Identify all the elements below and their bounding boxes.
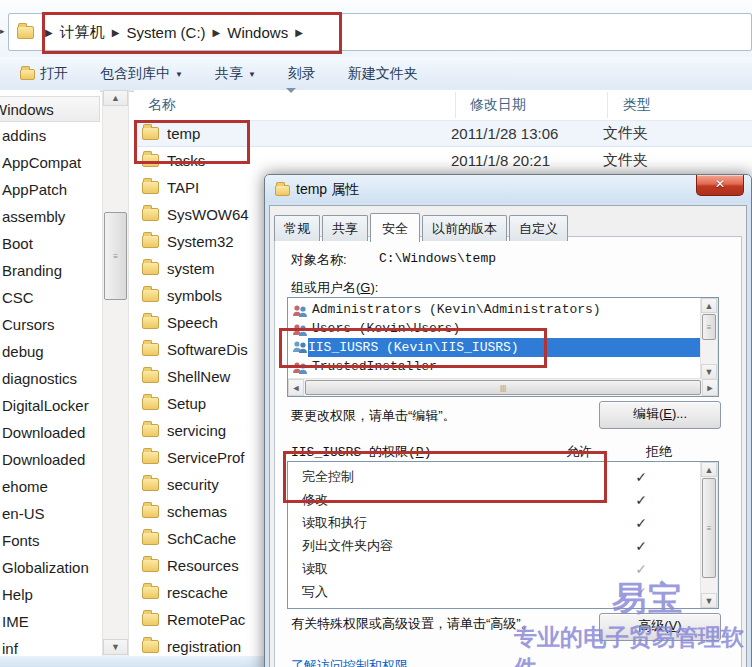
- temp-properties-dialog: temp 属性 ✕ 常规 共享 安全 以前的版本 自定义 对象名称: C:\Wi…: [264, 174, 752, 667]
- access-control-help-link[interactable]: 了解访问控制和权限: [291, 657, 408, 667]
- file-type: 文件夹: [603, 151, 648, 170]
- tree-item-diagnostics[interactable]: diagnostics: [0, 366, 100, 392]
- annotation-box-full-control: [283, 451, 607, 503]
- tab-customize[interactable]: 自定义: [509, 215, 568, 241]
- tree-item-appcompat[interactable]: AppCompat: [0, 150, 100, 176]
- scroll-up-icon[interactable]: ▲: [701, 298, 717, 313]
- annotation-box-iis-iusrs: [279, 328, 547, 368]
- new-folder-button[interactable]: 新建文件夹: [336, 61, 430, 87]
- dialog-title: temp 属性: [296, 181, 359, 199]
- tree-item-debug[interactable]: debug: [0, 339, 100, 365]
- tree-item-addins[interactable]: addins: [0, 123, 100, 149]
- tab-sharing[interactable]: 共享: [322, 215, 368, 241]
- column-divider[interactable]: [455, 92, 456, 118]
- scrollbar-thumb[interactable]: ≡: [702, 314, 716, 340]
- tree-item-ime[interactable]: IME: [0, 609, 100, 635]
- group-list-vscrollbar[interactable]: ▲ ≡ ▼: [700, 298, 718, 379]
- tree-item-en-us[interactable]: en-US: [0, 501, 100, 527]
- tree-item-downloaded[interactable]: Downloaded: [0, 420, 100, 446]
- tree-item-label: Windows: [0, 97, 54, 122]
- tree-item-fonts[interactable]: Fonts: [0, 528, 100, 554]
- tree-item-csc[interactable]: CSC: [0, 285, 100, 311]
- allow-check-icon: ✓: [621, 561, 661, 577]
- share-button[interactable]: 共享 ▼: [203, 61, 268, 87]
- tree-item-label: DigitalLocker: [2, 397, 89, 414]
- group-list-hscrollbar[interactable]: ◄ ||| ►: [288, 378, 718, 396]
- allow-check-icon: ✓: [621, 538, 661, 554]
- edit-button[interactable]: 编辑(E)...: [599, 401, 721, 429]
- permissions-vscrollbar[interactable]: ▲ ≡ ▼: [700, 462, 718, 608]
- tree-item-windows[interactable]: Windows: [0, 96, 100, 122]
- advanced-button[interactable]: 高级(V): [599, 613, 721, 641]
- tree-item-assembly[interactable]: assembly: [0, 204, 100, 230]
- scroll-left-icon[interactable]: ◄: [288, 379, 304, 396]
- burn-label: 刻录: [288, 65, 316, 83]
- group-item-label: Administrators (Kevin\Administrators): [312, 302, 601, 317]
- dialog-titlebar[interactable]: temp 属性: [275, 181, 359, 199]
- tree-item-cursors[interactable]: Cursors: [0, 312, 100, 338]
- tab-general[interactable]: 常规: [274, 215, 320, 241]
- folder-icon: [17, 26, 34, 39]
- column-header-name[interactable]: 名称: [148, 96, 176, 114]
- tree-item-label: CSC: [2, 289, 34, 306]
- tab-security[interactable]: 安全: [370, 213, 420, 242]
- perm-row-read-execute[interactable]: 读取和执行✓: [289, 512, 701, 534]
- scroll-down-icon[interactable]: ▼: [701, 593, 717, 608]
- object-name-label: 对象名称:: [291, 251, 347, 269]
- tree-item-label: inf: [2, 640, 18, 656]
- dialog-tabs: 常规 共享 安全 以前的版本 自定义: [274, 212, 570, 241]
- tree-item-label: Downloaded: [2, 451, 85, 468]
- scroll-right-icon[interactable]: ►: [702, 379, 718, 396]
- tree-item-downloaded[interactable]: Downloaded: [0, 447, 100, 473]
- tab-previous-versions[interactable]: 以前的版本: [422, 215, 507, 241]
- breadcrumb-overflow-icon[interactable]: ▸: [0, 26, 5, 36]
- tree-item-inf[interactable]: inf: [0, 636, 100, 656]
- tree-item-label: Cursors: [2, 316, 55, 333]
- folder-icon: [142, 370, 159, 383]
- edit-hint: 要更改权限，请单击“编辑”。: [291, 407, 456, 425]
- column-divider[interactable]: [607, 92, 608, 118]
- open-button[interactable]: 打开: [8, 61, 80, 87]
- tree-item-globalization[interactable]: Globalization: [0, 555, 100, 581]
- group-item-administrators[interactable]: Administrators (Kevin\Administrators): [289, 300, 601, 319]
- tree-item-label: AppPatch: [2, 181, 67, 198]
- share-label: 共享: [215, 65, 243, 83]
- close-button[interactable]: ✕: [696, 175, 744, 196]
- folder-icon: [142, 613, 159, 626]
- scrollbar-thumb[interactable]: ≡: [702, 478, 716, 578]
- folder-icon: [142, 505, 159, 518]
- perm-row-list-contents[interactable]: 列出文件夹内容✓: [289, 535, 701, 557]
- annotation-box-temp-folder: [134, 120, 250, 164]
- tree-item-digitallocker[interactable]: DigitalLocker: [0, 393, 100, 419]
- include-in-library-button[interactable]: 包含到库中 ▼: [88, 61, 195, 87]
- file-type: 文件夹: [603, 124, 648, 143]
- tree-item-label: ehome: [2, 478, 48, 495]
- tree-scrollbar[interactable]: ▲ ≡ ▼: [102, 90, 129, 656]
- column-header-type[interactable]: 类型: [623, 96, 651, 114]
- scroll-down-icon[interactable]: ▼: [701, 364, 717, 379]
- folder-icon: [275, 185, 290, 196]
- scrollbar-thumb[interactable]: |||: [305, 380, 701, 395]
- advanced-hint: 有关特殊权限或高级设置，请单击“高级”。: [291, 615, 597, 632]
- perm-row-write[interactable]: 写入✓: [289, 581, 701, 603]
- scroll-up-icon[interactable]: ▲: [701, 462, 717, 477]
- scroll-down-icon[interactable]: ▼: [103, 639, 128, 655]
- dialog-body: 常规 共享 安全 以前的版本 自定义 对象名称: C:\Windows\temp…: [269, 205, 747, 667]
- tree-item-label: Globalization: [2, 559, 89, 576]
- scroll-up-icon[interactable]: ▲: [103, 90, 128, 106]
- tree-item-label: Downloaded: [2, 424, 85, 441]
- column-header-date[interactable]: 修改日期: [470, 96, 526, 114]
- tree-item-branding[interactable]: Branding: [0, 258, 100, 284]
- tree-item-ehome[interactable]: ehome: [0, 474, 100, 500]
- tree-item-help[interactable]: Help: [0, 582, 100, 608]
- folder-icon: [142, 181, 159, 194]
- tree-item-label: Help: [2, 586, 33, 603]
- tree-item-boot[interactable]: Boot: [0, 231, 100, 257]
- folder-icon: [142, 397, 159, 410]
- perm-row-read[interactable]: 读取✓: [289, 558, 701, 580]
- tree-scrollbar-thumb[interactable]: ≡: [104, 212, 127, 300]
- tree-item-label: diagnostics: [2, 370, 77, 387]
- tree-item-label: debug: [2, 343, 44, 360]
- tree-item-apppatch[interactable]: AppPatch: [0, 177, 100, 203]
- burn-button[interactable]: 刻录: [276, 61, 328, 87]
